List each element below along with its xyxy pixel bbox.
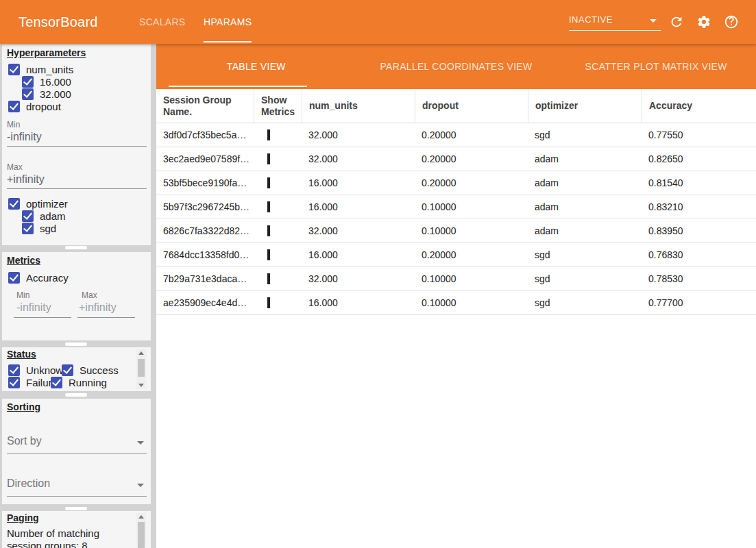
column-header-dropout[interactable]: dropout xyxy=(415,89,528,123)
checkbox-sgd[interactable] xyxy=(22,223,34,234)
direction-placeholder: Direction xyxy=(7,477,50,490)
column-header-accuracy[interactable]: Accuracy xyxy=(642,89,756,123)
column-header-optimizer[interactable]: optimizer xyxy=(528,89,642,123)
metric-min-label: Min xyxy=(16,290,29,300)
num_units-cell: 16.000 xyxy=(302,297,415,308)
scroll-down-icon[interactable] xyxy=(138,384,144,387)
show-metrics-checkbox[interactable] xyxy=(267,249,270,260)
dropout-cell: 0.10000 xyxy=(415,201,528,212)
settings-gear-icon[interactable] xyxy=(696,14,711,29)
show-metrics-checkbox[interactable] xyxy=(267,153,270,164)
accuracy-label: Accuracy xyxy=(26,272,69,284)
dropout-label: dropout xyxy=(26,101,61,112)
panel-resize-handle[interactable] xyxy=(65,246,87,249)
optimizer-cell: sgd xyxy=(528,297,642,308)
optimizer-cell: adam xyxy=(528,177,642,188)
accuracy-cell: 0.76830 xyxy=(642,249,756,260)
scroll-thumb[interactable] xyxy=(138,522,145,548)
column-header-num-units[interactable]: num_units xyxy=(302,89,415,123)
checkbox-accuracy[interactable] xyxy=(8,272,20,284)
view-tabbar: TABLE VIEW PARALLEL COORDINATES VIEW SCA… xyxy=(156,44,756,89)
show-metrics-checkbox[interactable] xyxy=(267,129,270,140)
show-metrics-checkbox[interactable] xyxy=(267,201,270,212)
hyperparameters-panel: Hyperparameters num_units 16.000 32.000 … xyxy=(2,45,151,245)
metric-max-underline xyxy=(77,301,135,318)
checkbox-16[interactable] xyxy=(22,76,34,88)
name-cell: ae235909ec4e4d… xyxy=(156,297,254,308)
chevron-down-icon xyxy=(650,19,657,23)
tab-table-view[interactable]: TABLE VIEW xyxy=(156,44,356,89)
hparam-value-row: adam xyxy=(22,210,66,222)
metrics-panel: Metrics Accuracy Min Max -infinity +infi… xyxy=(2,252,151,340)
table-row: 7b29a731e3daca…32.0000.10000sgd0.78530 xyxy=(156,267,756,291)
tab-scatter-plot-matrix-view[interactable]: SCATTER PLOT MATRIX VIEW xyxy=(556,44,756,89)
table-row: 6826c7fa3322d82…32.0000.10000adam0.83950 xyxy=(156,219,756,243)
dropout-cell: 0.20000 xyxy=(415,177,528,188)
dropout-cell: 0.10000 xyxy=(415,225,528,236)
column-header-session-group-name[interactable]: Session Group Name. xyxy=(156,89,254,123)
optimizer-cell: adam xyxy=(528,225,642,236)
hparam-optimizer-row: optimizer xyxy=(8,197,68,210)
hyperparameters-heading: Hyperparameters xyxy=(7,47,86,58)
dropout-cell: 0.10000 xyxy=(415,273,528,284)
optimizer-cell: sgd xyxy=(528,249,642,260)
optimizer-cell: adam xyxy=(528,201,642,212)
sort-by-dropdown[interactable]: Sort by xyxy=(7,435,147,454)
dropout-min-underline xyxy=(7,131,147,147)
checkbox-num-units[interactable] xyxy=(8,64,20,75)
paging-scrollbar[interactable] xyxy=(136,513,146,546)
checkbox-running[interactable] xyxy=(51,377,62,388)
table-header: Session Group Name. Show Metrics num_uni… xyxy=(156,89,756,123)
top-app-bar: TensorBoard SCALARS HPARAMS INACTIVE xyxy=(0,0,756,44)
tab-hparams[interactable]: HPARAMS xyxy=(204,0,252,44)
sort-by-placeholder: Sort by xyxy=(7,435,42,447)
show-metrics-checkbox[interactable] xyxy=(267,177,270,188)
app-title: TensorBoard xyxy=(19,0,98,44)
panel-resize-handle[interactable] xyxy=(65,342,87,346)
show-metrics-checkbox[interactable] xyxy=(267,225,270,236)
hparam-value-row: 32.000 xyxy=(22,88,71,100)
checkbox-adam[interactable] xyxy=(22,210,34,222)
adam-label: adam xyxy=(40,210,66,222)
direction-dropdown[interactable]: Direction xyxy=(7,477,147,497)
tab-parallel-coordinates-view[interactable]: PARALLEL COORDINATES VIEW xyxy=(356,44,557,89)
tab-scalars[interactable]: SCALARS xyxy=(139,0,185,44)
scroll-up-icon[interactable] xyxy=(138,351,144,355)
checkbox-dropout[interactable] xyxy=(8,101,20,112)
checkbox-unknown[interactable] xyxy=(8,364,20,376)
status-scrollbar[interactable] xyxy=(136,349,146,389)
paging-heading: Paging xyxy=(7,512,39,523)
show-metrics-checkbox[interactable] xyxy=(267,297,270,308)
status-panel: Status Unknown Success Failure Running xyxy=(2,347,151,391)
reload-state-dropdown[interactable]: INACTIVE xyxy=(569,13,661,31)
help-icon[interactable] xyxy=(724,14,739,29)
chevron-down-icon xyxy=(137,441,144,445)
checkbox-optimizer[interactable] xyxy=(8,198,20,210)
checkbox-success[interactable] xyxy=(62,364,73,376)
table-row: 3ec2aed9e07589f…32.0000.20000adam0.82650 xyxy=(156,147,756,171)
reload-state-value: INACTIVE xyxy=(569,14,613,25)
scroll-thumb[interactable] xyxy=(138,359,145,377)
sorting-panel: Sorting Sort by Direction xyxy=(2,399,151,504)
scroll-up-icon[interactable] xyxy=(138,515,144,519)
refresh-icon[interactable] xyxy=(669,14,684,29)
num_units-cell: 16.000 xyxy=(302,177,415,188)
hparam-dropout-row: dropout xyxy=(8,100,61,112)
checkbox-failure[interactable] xyxy=(8,377,20,388)
dropout-cell: 0.20000 xyxy=(415,153,528,164)
checkbox-32[interactable] xyxy=(22,88,34,100)
name-cell: 53bf5bece9190fa… xyxy=(156,177,254,188)
value-16-label: 16.000 xyxy=(40,76,71,88)
accuracy-cell: 0.77550 xyxy=(642,129,756,140)
panel-resize-handle[interactable] xyxy=(65,507,87,510)
column-header-show-metrics[interactable]: Show Metrics xyxy=(254,89,302,123)
dropout-cell: 0.20000 xyxy=(415,129,528,140)
show-metrics-cell xyxy=(254,153,302,164)
table-row: 7684dcc13358fd0…16.0000.20000sgd0.76830 xyxy=(156,243,756,267)
table-row: 53bf5bece9190fa…16.0000.20000adam0.81540 xyxy=(156,171,756,195)
show-metrics-checkbox[interactable] xyxy=(267,273,270,284)
panel-resize-handle[interactable] xyxy=(65,393,87,397)
show-metrics-cell xyxy=(254,201,302,212)
num_units-cell: 32.000 xyxy=(302,273,415,284)
num_units-cell: 16.000 xyxy=(302,249,415,260)
